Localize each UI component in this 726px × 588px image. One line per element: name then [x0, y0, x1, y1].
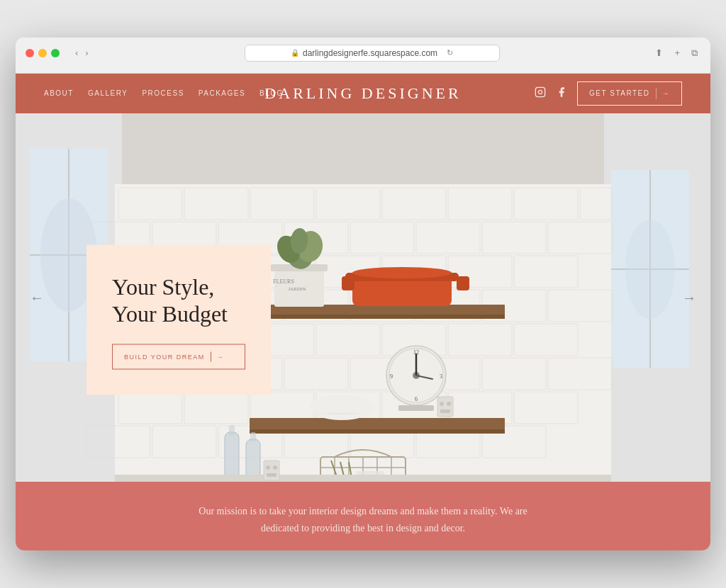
- get-started-button[interactable]: GET STARTED →: [577, 81, 682, 106]
- new-tab-button[interactable]: +: [671, 46, 683, 60]
- tabs-button[interactable]: ⧉: [688, 46, 700, 60]
- hero-prev-button[interactable]: ←: [30, 289, 44, 305]
- cta-arrow: →: [217, 354, 225, 361]
- svg-text:3: 3: [440, 373, 442, 380]
- svg-point-105: [440, 402, 444, 406]
- hero-title-line1: Your Style,: [112, 273, 214, 299]
- nav-right: GET STARTED →: [535, 81, 682, 106]
- svg-point-126: [266, 465, 270, 470]
- svg-point-106: [447, 402, 451, 406]
- nav-link-gallery[interactable]: GALLERY: [88, 89, 128, 97]
- hero-card: Your Style, Your Budget BUILD YOUR DREAM…: [86, 244, 271, 395]
- build-dream-label: BUILD YOUR DREAM: [124, 354, 205, 361]
- hero-next-button[interactable]: →: [682, 289, 696, 305]
- svg-rect-90: [457, 276, 469, 290]
- refresh-icon[interactable]: ↻: [447, 48, 453, 57]
- url-text: darlingdesignerfe.squarespace.com: [303, 48, 437, 58]
- navigation-bar: ABOUT GALLERY PROCESS PACKAGES BLOG DARL…: [16, 74, 710, 113]
- forward-button[interactable]: ›: [82, 46, 91, 60]
- minimize-button[interactable]: [38, 49, 47, 57]
- svg-rect-100: [398, 405, 434, 411]
- facebook-icon[interactable]: [556, 86, 567, 101]
- svg-rect-104: [437, 397, 453, 417]
- address-bar[interactable]: 🔒 darlingdesignerfe.squarespace.com ↻: [245, 45, 500, 62]
- browser-actions: ⬆ + ⧉: [652, 46, 700, 60]
- instagram-icon[interactable]: [535, 86, 546, 101]
- hero-title: Your Style, Your Budget: [112, 273, 245, 327]
- browser-chrome: ‹ › 🔒 darlingdesignerfe.squarespace.com …: [16, 38, 710, 74]
- svg-rect-128: [267, 473, 277, 477]
- close-button[interactable]: [26, 49, 34, 57]
- lock-icon: 🔒: [291, 49, 299, 57]
- svg-text:9: 9: [390, 373, 393, 380]
- mission-text-line1: Our mission is to take your interior des…: [199, 506, 527, 516]
- back-button[interactable]: ‹: [72, 46, 81, 60]
- svg-text:FLEURS: FLEURS: [273, 278, 294, 285]
- svg-rect-108: [225, 432, 239, 482]
- mission-text: Our mission is to take your interior des…: [150, 503, 576, 537]
- mission-text-line2: dedicated to providing the best in desig…: [261, 523, 465, 533]
- svg-rect-107: [440, 409, 450, 413]
- svg-rect-111: [250, 432, 256, 442]
- share-button[interactable]: ⬆: [652, 46, 666, 60]
- mission-section: Our mission is to take your interior des…: [16, 482, 710, 551]
- browser-window: ‹ › 🔒 darlingdesignerfe.squarespace.com …: [16, 38, 710, 551]
- svg-text:6: 6: [415, 396, 418, 402]
- hero-title-line2: Your Budget: [112, 301, 228, 327]
- svg-rect-77: [250, 429, 505, 434]
- maximize-button[interactable]: [51, 49, 60, 57]
- svg-rect-76: [250, 418, 505, 429]
- website-content: ABOUT GALLERY PROCESS PACKAGES BLOG DARL…: [16, 74, 710, 551]
- hero-section: FLEURS JARDIN: [16, 113, 710, 482]
- button-divider: [656, 88, 657, 99]
- svg-rect-124: [115, 475, 611, 482]
- nav-link-process[interactable]: PROCESS: [142, 89, 184, 97]
- traffic-lights: [26, 49, 60, 57]
- svg-rect-0: [535, 87, 544, 96]
- nav-links: ABOUT GALLERY PROCESS PACKAGES BLOG: [44, 89, 284, 97]
- get-started-arrow: →: [662, 89, 671, 97]
- svg-text:12: 12: [413, 349, 419, 356]
- svg-point-12: [625, 220, 675, 319]
- svg-point-127: [273, 465, 277, 470]
- svg-rect-103: [310, 400, 374, 413]
- brand-name[interactable]: DARLING DESIGNER: [264, 84, 461, 103]
- get-started-label: GET STARTED: [589, 89, 649, 97]
- svg-rect-125: [264, 460, 279, 480]
- svg-rect-89: [342, 276, 354, 290]
- svg-text:JARDIN: JARDIN: [289, 286, 306, 292]
- nav-link-about[interactable]: ABOUT: [44, 89, 74, 97]
- nav-link-packages[interactable]: PACKAGES: [199, 89, 245, 97]
- svg-point-88: [352, 267, 452, 278]
- svg-rect-109: [229, 425, 235, 436]
- button-inner-divider: [211, 352, 211, 362]
- svg-rect-75: [250, 315, 505, 319]
- build-dream-button[interactable]: BUILD YOUR DREAM →: [112, 344, 245, 370]
